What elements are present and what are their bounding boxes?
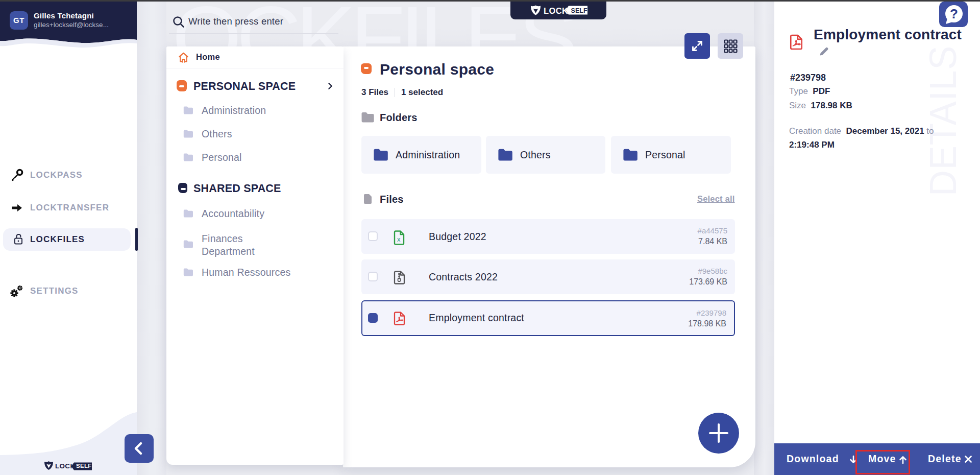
svg-text:?: ? <box>950 6 958 21</box>
svg-text:LOCK: LOCK <box>544 6 568 15</box>
svg-text:SELF: SELF <box>571 7 588 14</box>
svg-text:x: x <box>397 235 401 243</box>
svg-text:SELF: SELF <box>76 463 92 469</box>
